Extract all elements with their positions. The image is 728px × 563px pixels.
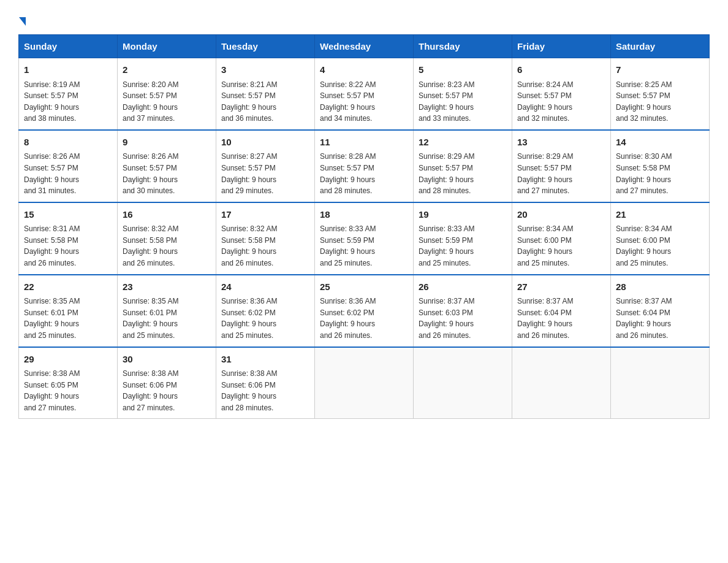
calendar-day-cell: 12Sunrise: 8:29 AMSunset: 5:57 PMDayligh… xyxy=(414,130,512,202)
day-info: Sunrise: 8:37 AMSunset: 6:03 PMDaylight:… xyxy=(419,296,507,341)
day-header-friday: Friday xyxy=(512,35,611,58)
day-info: Sunrise: 8:34 AMSunset: 6:00 PMDaylight:… xyxy=(616,223,704,269)
day-info: Sunrise: 8:29 AMSunset: 5:57 PMDaylight:… xyxy=(419,151,507,196)
day-number: 17 xyxy=(221,208,309,222)
calendar-day-cell: 13Sunrise: 8:29 AMSunset: 5:57 PMDayligh… xyxy=(512,130,611,202)
day-info: Sunrise: 8:23 AMSunset: 5:57 PMDaylight:… xyxy=(419,79,507,124)
day-number: 25 xyxy=(320,280,408,294)
calendar-day-cell: 23Sunrise: 8:35 AMSunset: 6:01 PMDayligh… xyxy=(118,275,216,347)
day-info: Sunrise: 8:32 AMSunset: 5:58 PMDaylight:… xyxy=(123,223,211,269)
day-info: Sunrise: 8:26 AMSunset: 5:57 PMDaylight:… xyxy=(24,151,112,196)
day-number: 20 xyxy=(517,208,605,222)
day-number: 3 xyxy=(221,63,309,77)
calendar-day-cell: 26Sunrise: 8:37 AMSunset: 6:03 PMDayligh… xyxy=(414,275,512,347)
day-number: 28 xyxy=(616,280,704,294)
calendar-day-cell xyxy=(611,347,710,419)
day-header-thursday: Thursday xyxy=(414,35,512,58)
day-info: Sunrise: 8:35 AMSunset: 6:01 PMDaylight:… xyxy=(123,296,211,341)
calendar-day-cell: 29Sunrise: 8:38 AMSunset: 6:05 PMDayligh… xyxy=(19,347,118,419)
day-info: Sunrise: 8:27 AMSunset: 5:57 PMDaylight:… xyxy=(221,151,309,196)
calendar-week-row: 22Sunrise: 8:35 AMSunset: 6:01 PMDayligh… xyxy=(19,275,710,347)
day-info: Sunrise: 8:38 AMSunset: 6:06 PMDaylight:… xyxy=(123,368,211,413)
calendar-day-cell: 3Sunrise: 8:21 AMSunset: 5:57 PMDaylight… xyxy=(216,58,315,130)
calendar-day-cell: 1Sunrise: 8:19 AMSunset: 5:57 PMDaylight… xyxy=(19,58,118,130)
page-header xyxy=(18,12,710,25)
day-number: 10 xyxy=(221,136,309,150)
day-number: 15 xyxy=(24,208,112,222)
day-info: Sunrise: 8:38 AMSunset: 6:06 PMDaylight:… xyxy=(221,368,309,413)
calendar-table: SundayMondayTuesdayWednesdayThursdayFrid… xyxy=(18,34,710,419)
day-info: Sunrise: 8:25 AMSunset: 5:57 PMDaylight:… xyxy=(616,79,704,124)
day-info: Sunrise: 8:26 AMSunset: 5:57 PMDaylight:… xyxy=(123,151,211,196)
day-number: 2 xyxy=(123,63,211,77)
calendar-day-cell: 4Sunrise: 8:22 AMSunset: 5:57 PMDaylight… xyxy=(315,58,414,130)
calendar-day-cell: 19Sunrise: 8:33 AMSunset: 5:59 PMDayligh… xyxy=(414,202,512,275)
calendar-day-cell: 8Sunrise: 8:26 AMSunset: 5:57 PMDaylight… xyxy=(19,130,118,202)
day-number: 8 xyxy=(24,136,112,150)
calendar-day-cell: 17Sunrise: 8:32 AMSunset: 5:58 PMDayligh… xyxy=(216,202,315,275)
day-number: 14 xyxy=(616,136,704,150)
day-number: 11 xyxy=(320,136,408,150)
day-info: Sunrise: 8:31 AMSunset: 5:58 PMDaylight:… xyxy=(24,223,112,269)
day-info: Sunrise: 8:22 AMSunset: 5:57 PMDaylight:… xyxy=(320,79,408,124)
day-number: 4 xyxy=(320,63,408,77)
calendar-day-cell: 16Sunrise: 8:32 AMSunset: 5:58 PMDayligh… xyxy=(118,202,216,275)
day-info: Sunrise: 8:28 AMSunset: 5:57 PMDaylight:… xyxy=(320,151,408,196)
day-number: 27 xyxy=(517,280,605,294)
calendar-day-cell: 11Sunrise: 8:28 AMSunset: 5:57 PMDayligh… xyxy=(315,130,414,202)
day-info: Sunrise: 8:21 AMSunset: 5:57 PMDaylight:… xyxy=(221,79,309,124)
logo xyxy=(18,12,26,25)
calendar-day-cell: 22Sunrise: 8:35 AMSunset: 6:01 PMDayligh… xyxy=(19,275,118,347)
day-header-tuesday: Tuesday xyxy=(216,35,315,58)
calendar-day-cell: 28Sunrise: 8:37 AMSunset: 6:04 PMDayligh… xyxy=(611,275,710,347)
day-number: 1 xyxy=(24,63,112,77)
day-info: Sunrise: 8:36 AMSunset: 6:02 PMDaylight:… xyxy=(320,296,408,341)
calendar-day-cell xyxy=(414,347,512,419)
day-info: Sunrise: 8:24 AMSunset: 5:57 PMDaylight:… xyxy=(517,79,605,124)
day-number: 23 xyxy=(123,280,211,294)
logo-arrow-icon xyxy=(19,17,26,26)
calendar-day-cell xyxy=(512,347,611,419)
day-number: 31 xyxy=(221,353,309,367)
day-number: 13 xyxy=(517,136,605,150)
day-info: Sunrise: 8:33 AMSunset: 5:59 PMDaylight:… xyxy=(419,223,507,269)
calendar-day-cell: 6Sunrise: 8:24 AMSunset: 5:57 PMDaylight… xyxy=(512,58,611,130)
day-info: Sunrise: 8:34 AMSunset: 6:00 PMDaylight:… xyxy=(517,223,605,269)
day-number: 6 xyxy=(517,63,605,77)
calendar-day-cell: 31Sunrise: 8:38 AMSunset: 6:06 PMDayligh… xyxy=(216,347,315,419)
day-info: Sunrise: 8:38 AMSunset: 6:05 PMDaylight:… xyxy=(24,368,112,413)
calendar-day-cell: 9Sunrise: 8:26 AMSunset: 5:57 PMDaylight… xyxy=(118,130,216,202)
calendar-day-cell: 20Sunrise: 8:34 AMSunset: 6:00 PMDayligh… xyxy=(512,202,611,275)
day-number: 12 xyxy=(419,136,507,150)
calendar-day-cell: 21Sunrise: 8:34 AMSunset: 6:00 PMDayligh… xyxy=(611,202,710,275)
day-info: Sunrise: 8:19 AMSunset: 5:57 PMDaylight:… xyxy=(24,79,112,124)
day-info: Sunrise: 8:35 AMSunset: 6:01 PMDaylight:… xyxy=(24,296,112,341)
day-header-wednesday: Wednesday xyxy=(315,35,414,58)
day-header-sunday: Sunday xyxy=(19,35,118,58)
day-number: 29 xyxy=(24,353,112,367)
calendar-day-cell: 5Sunrise: 8:23 AMSunset: 5:57 PMDaylight… xyxy=(414,58,512,130)
calendar-day-cell: 15Sunrise: 8:31 AMSunset: 5:58 PMDayligh… xyxy=(19,202,118,275)
day-info: Sunrise: 8:20 AMSunset: 5:57 PMDaylight:… xyxy=(123,79,211,124)
day-header-monday: Monday xyxy=(118,35,216,58)
day-number: 19 xyxy=(419,208,507,222)
calendar-day-cell: 7Sunrise: 8:25 AMSunset: 5:57 PMDaylight… xyxy=(611,58,710,130)
calendar-header-row: SundayMondayTuesdayWednesdayThursdayFrid… xyxy=(19,35,710,58)
calendar-day-cell: 25Sunrise: 8:36 AMSunset: 6:02 PMDayligh… xyxy=(315,275,414,347)
calendar-day-cell: 2Sunrise: 8:20 AMSunset: 5:57 PMDaylight… xyxy=(118,58,216,130)
calendar-day-cell: 24Sunrise: 8:36 AMSunset: 6:02 PMDayligh… xyxy=(216,275,315,347)
day-info: Sunrise: 8:37 AMSunset: 6:04 PMDaylight:… xyxy=(517,296,605,341)
day-info: Sunrise: 8:30 AMSunset: 5:58 PMDaylight:… xyxy=(616,151,704,196)
calendar-day-cell: 14Sunrise: 8:30 AMSunset: 5:58 PMDayligh… xyxy=(611,130,710,202)
calendar-day-cell: 27Sunrise: 8:37 AMSunset: 6:04 PMDayligh… xyxy=(512,275,611,347)
calendar-day-cell: 18Sunrise: 8:33 AMSunset: 5:59 PMDayligh… xyxy=(315,202,414,275)
day-number: 18 xyxy=(320,208,408,222)
day-number: 21 xyxy=(616,208,704,222)
day-number: 22 xyxy=(24,280,112,294)
day-number: 24 xyxy=(221,280,309,294)
day-header-saturday: Saturday xyxy=(611,35,710,58)
day-info: Sunrise: 8:37 AMSunset: 6:04 PMDaylight:… xyxy=(616,296,704,341)
calendar-day-cell xyxy=(315,347,414,419)
calendar-week-row: 8Sunrise: 8:26 AMSunset: 5:57 PMDaylight… xyxy=(19,130,710,202)
day-number: 7 xyxy=(616,63,704,77)
